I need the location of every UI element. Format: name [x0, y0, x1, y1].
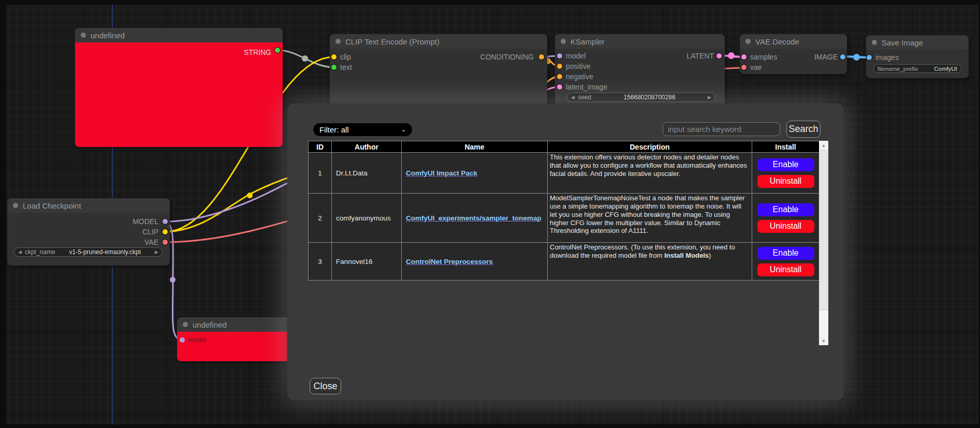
- enable-button[interactable]: Enable: [757, 203, 815, 217]
- increment-arrow-icon[interactable]: ▶: [708, 95, 711, 100]
- seed-widget[interactable]: ◀ seed 156680208700286 ▶: [567, 93, 715, 102]
- scroll-down-icon[interactable]: ▼: [819, 336, 828, 345]
- input-slot-text[interactable]: [331, 65, 337, 70]
- widget-value: ComfyUI: [934, 66, 957, 72]
- widget-label: filename_prefix: [877, 66, 918, 72]
- input-slot-images[interactable]: [867, 55, 872, 60]
- collapse-dot-icon[interactable]: [81, 33, 86, 38]
- collapse-dot-icon[interactable]: [13, 203, 18, 208]
- uninstall-button[interactable]: Uninstall: [757, 219, 815, 233]
- description-text: ): [709, 252, 711, 259]
- node-undefined-top[interactable]: undefined STRING: [75, 28, 283, 147]
- output-slot-string[interactable]: [275, 48, 280, 53]
- header-id: ID: [309, 141, 332, 153]
- node-load-checkpoint[interactable]: Load Checkpoint MODEL CLIP VAE ◀ ckpt_na…: [7, 198, 170, 265]
- input-slot-label: model: [566, 51, 586, 61]
- output-slot-image[interactable]: [840, 54, 845, 60]
- ckpt-name-widget[interactable]: ◀ ckpt_name v1-5-pruned-emaonly.ckpt ▶: [14, 247, 163, 257]
- input-slot-positive[interactable]: [557, 64, 562, 69]
- comfyui-canvas[interactable]: undefined STRING CLIP Text Encode (Promp…: [0, 0, 980, 428]
- node-title: Save Image: [882, 38, 923, 47]
- input-slot-label: negative: [566, 72, 593, 81]
- filename-prefix-widget[interactable]: filename_prefix ComfyUI: [873, 64, 961, 73]
- cell-id: 3: [309, 243, 332, 281]
- node-titlebar[interactable]: undefined: [75, 28, 283, 42]
- table-header-row: ID Author Name Description Install: [309, 141, 820, 153]
- enable-button[interactable]: Enable: [757, 246, 815, 260]
- node-titlebar[interactable]: Save Image: [866, 35, 969, 50]
- collapse-dot-icon[interactable]: [183, 322, 188, 327]
- input-slot-samples[interactable]: [741, 54, 747, 60]
- output-slot-clip[interactable]: [163, 229, 168, 234]
- header-description: Description: [548, 141, 752, 153]
- filter-dropdown[interactable]: Filter: all ⌄: [313, 123, 413, 137]
- collapse-dot-icon[interactable]: [561, 39, 566, 44]
- input-slot-model[interactable]: [180, 337, 185, 343]
- output-slot-conditioning[interactable]: [539, 54, 544, 60]
- node-title: Load Checkpoint: [23, 201, 81, 210]
- output-slot-model[interactable]: [163, 219, 168, 224]
- header-author: Author: [332, 141, 402, 153]
- uninstall-button[interactable]: Uninstall: [757, 174, 815, 188]
- cell-author: Dr.Lt.Data: [332, 153, 402, 194]
- input-slot-label: samples: [750, 52, 777, 62]
- input-slot-negative[interactable]: [557, 74, 562, 79]
- node-titlebar[interactable]: VAE Decode: [740, 34, 847, 49]
- search-input[interactable]: [663, 122, 780, 136]
- output-slot-label: LATENT: [686, 51, 714, 61]
- cell-author: comfyanonymous: [332, 194, 402, 243]
- widget-value: v1-5-pruned-emaonly.ckpt: [69, 248, 141, 256]
- collapse-dot-icon[interactable]: [872, 40, 877, 45]
- node-titlebar[interactable]: KSampler: [555, 34, 725, 49]
- output-slot-label: CONDITIONING: [480, 52, 534, 62]
- next-arrow-icon[interactable]: ▶: [155, 250, 158, 255]
- widget-label: ckpt_name: [25, 248, 55, 256]
- node-titlebar[interactable]: CLIP Text Encode (Prompt): [330, 34, 547, 49]
- output-slot-label: VAE: [144, 238, 158, 247]
- table-scrollbar[interactable]: ▲ ▼: [819, 141, 828, 345]
- input-slot-clip[interactable]: [331, 54, 337, 60]
- window-edge-left: [0, 0, 6, 428]
- node-title: undefined: [193, 320, 227, 329]
- window-edge-top: [0, 0, 980, 5]
- input-slot-model[interactable]: [557, 53, 562, 58]
- node-titlebar[interactable]: Load Checkpoint: [7, 198, 170, 213]
- filter-selected-value: Filter: all: [319, 125, 349, 134]
- cell-description: ControlNet Preprocessors. (To use this e…: [548, 243, 752, 281]
- collapse-dot-icon[interactable]: [335, 39, 341, 44]
- enable-button[interactable]: Enable: [757, 158, 815, 172]
- previous-arrow-icon[interactable]: ◀: [18, 250, 22, 255]
- decrement-arrow-icon[interactable]: ◀: [571, 95, 575, 100]
- node-vae-decode[interactable]: VAE Decode samples vae IMAGE: [740, 34, 847, 74]
- input-slot-label: text: [340, 63, 352, 72]
- extension-link[interactable]: ComfyUI Impact Pack: [406, 169, 477, 177]
- output-slot-label: CLIP: [142, 227, 158, 237]
- extension-link[interactable]: ComfyUI_experiments/sampler_tonemap: [406, 214, 542, 222]
- output-slot-vae[interactable]: [163, 240, 168, 245]
- wire-dot-string: [302, 55, 308, 62]
- table-row: 2 comfyanonymous ComfyUI_experiments/sam…: [309, 194, 820, 243]
- output-slot-latent[interactable]: [716, 53, 722, 58]
- scrollbar-thumb[interactable]: [820, 150, 828, 311]
- output-slot-label: MODEL: [133, 217, 158, 226]
- header-name: Name: [402, 141, 548, 153]
- collapse-dot-icon[interactable]: [745, 39, 751, 44]
- search-button[interactable]: Search: [786, 121, 821, 138]
- scroll-up-icon[interactable]: ▲: [819, 141, 828, 150]
- close-button[interactable]: Close: [310, 378, 341, 394]
- input-slot-label: images: [875, 53, 899, 62]
- input-slot-label: vae: [750, 63, 762, 72]
- uninstall-button[interactable]: Uninstall: [757, 263, 815, 277]
- input-slot-vae[interactable]: [741, 65, 747, 70]
- wire-dot-clip: [247, 193, 253, 198]
- cell-description: This extension offers various detector n…: [548, 153, 752, 194]
- extension-link[interactable]: ControlNet Preprocessors: [406, 258, 493, 265]
- node-save-image[interactable]: Save Image images filename_prefix ComfyU…: [866, 35, 969, 78]
- cell-author: Fannovel16: [332, 243, 402, 281]
- output-slot-label: STRING: [244, 48, 271, 57]
- input-slot-latent-image[interactable]: [557, 84, 562, 90]
- cell-id: 2: [309, 194, 332, 243]
- wire-dot-model: [170, 277, 175, 283]
- table-row: 3 Fannovel16 ControlNet Preprocessors Co…: [309, 243, 820, 281]
- input-slot-label: latent_image: [566, 82, 607, 92]
